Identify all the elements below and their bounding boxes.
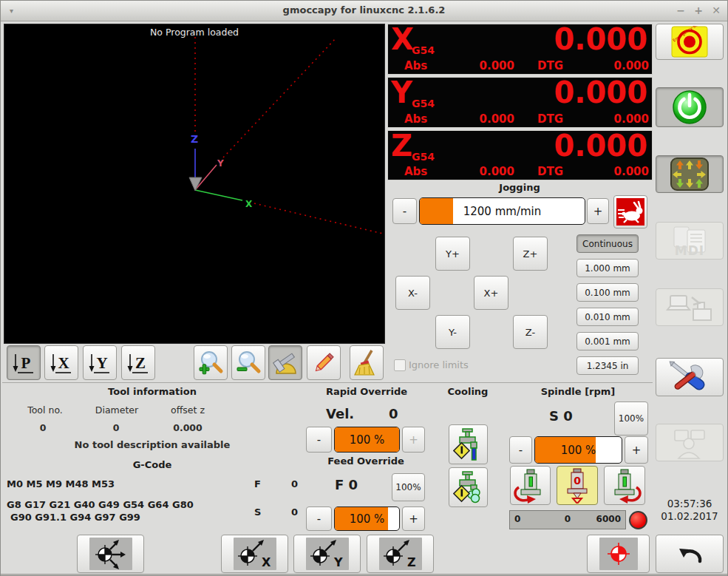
edit-offsets-button[interactable] xyxy=(307,345,341,380)
home-z-button[interactable]: Z xyxy=(367,535,434,573)
section-divider xyxy=(2,382,653,383)
spindle-decrease-button[interactable]: - xyxy=(509,436,532,464)
touch-off-icon xyxy=(604,538,633,569)
dro-axis-x[interactable]: X G54 0.000 Abs 0.000 DTG 0.000 xyxy=(387,24,653,75)
feed-increase-button[interactable]: + xyxy=(402,506,425,531)
clock-time: 03:57:36 xyxy=(667,498,712,509)
increment-0001mm-button[interactable]: 0.001 mm xyxy=(576,332,639,350)
spindle-stop-button[interactable]: 0 xyxy=(557,466,598,505)
view-p-icon: P xyxy=(10,350,37,376)
rapid-decrease-button[interactable]: - xyxy=(306,427,332,453)
jog-x-minus-button[interactable]: X- xyxy=(395,276,430,310)
spindle-title: Spindle [rpm] xyxy=(541,386,616,397)
rapid-increase-button[interactable]: + xyxy=(402,427,425,453)
minimize-button[interactable]: − xyxy=(674,4,687,16)
increment-inch-button[interactable]: 1.2345 in xyxy=(576,356,639,375)
increment-1mm-button[interactable]: 1.000 mm xyxy=(576,259,639,277)
jog-z-plus-button[interactable]: Z+ xyxy=(513,237,548,271)
increment-01mm-button[interactable]: 0.100 mm xyxy=(576,283,639,302)
zoom-out-button[interactable] xyxy=(231,345,265,380)
window-title: gmoccapy for linuxcnc 2.1.6.2 xyxy=(1,4,727,16)
home-x-button[interactable]: X xyxy=(221,535,288,573)
svg-text:Z: Z xyxy=(407,555,416,569)
touch-off-button[interactable] xyxy=(587,535,650,573)
home-y-button[interactable]: Y xyxy=(293,535,361,573)
view-y-button[interactable]: Y xyxy=(83,345,117,380)
home-all-button[interactable] xyxy=(77,535,144,573)
gremlin-preview[interactable]: No Program loaded Z Y X xyxy=(4,24,385,344)
zoom-out-icon xyxy=(235,350,262,376)
jog-y-minus-button[interactable]: Y- xyxy=(435,315,470,349)
back-button[interactable] xyxy=(656,535,724,573)
spindle-bar-value: 0 xyxy=(565,514,571,524)
auto-mode-button[interactable] xyxy=(656,288,724,326)
clear-plot-button[interactable] xyxy=(350,345,384,380)
mdi-icon: MDI xyxy=(665,225,714,257)
spindle-override-slider[interactable]: 100 % xyxy=(534,436,622,464)
emergency-stop-icon: Emergency-Stop xyxy=(671,26,708,58)
velocity-label: Vel. xyxy=(326,406,354,421)
flood-coolant-button[interactable] xyxy=(449,424,488,464)
rapid-override-slider[interactable]: 100 % xyxy=(334,427,400,453)
s-word-value: 0 xyxy=(291,506,298,518)
spindle-increase-button[interactable]: + xyxy=(625,436,648,464)
jog-x-plus-button[interactable]: X+ xyxy=(474,276,508,310)
svg-text:0: 0 xyxy=(574,475,581,487)
z-axis-label: Z xyxy=(191,133,198,145)
maximize-button[interactable]: + xyxy=(692,4,705,16)
rapid-override-value: 100 % xyxy=(335,433,399,446)
offset-z-label: offset z xyxy=(171,404,205,416)
mist-coolant-button[interactable] xyxy=(449,467,488,507)
spindle-cw-button[interactable] xyxy=(604,466,645,505)
feed-decrease-button[interactable]: - xyxy=(306,506,332,531)
jog-y-plus-button[interactable]: Y+ xyxy=(435,237,470,271)
jog-z-minus-button[interactable]: Z- xyxy=(513,315,548,349)
spindle-reset-100-button[interactable]: 100% xyxy=(614,401,648,436)
view-perspective-button[interactable]: P xyxy=(7,345,41,380)
zoom-in-icon xyxy=(197,350,224,376)
svg-text:X: X xyxy=(58,354,69,372)
view-z-button[interactable]: Z xyxy=(121,345,155,380)
f-word-value: 0 xyxy=(291,478,298,489)
dro-value: 0.000 xyxy=(554,24,647,54)
increment-001mm-button[interactable]: 0.010 mm xyxy=(576,308,639,326)
emergency-stop-button[interactable]: Emergency-Stop xyxy=(656,24,724,60)
dro-axis-y[interactable]: Y G54 0.000 Abs 0.000 DTG 0.000 xyxy=(387,77,653,128)
dro-coord-system: G54 xyxy=(412,98,435,109)
feed-reset-100-button[interactable]: 100% xyxy=(392,473,425,501)
close-button[interactable]: ✕ xyxy=(710,4,723,16)
mdi-mode-button[interactable]: MDI xyxy=(656,222,724,260)
pencil-icon xyxy=(310,350,337,376)
power-icon xyxy=(672,89,707,125)
diameter-value: 0 xyxy=(113,422,120,433)
tool-info-title: Tool information xyxy=(108,386,197,397)
user-login-button[interactable] xyxy=(656,424,724,461)
f-word-label: F xyxy=(254,478,261,489)
jogging-title: Jogging xyxy=(499,182,540,193)
show-dimensions-button[interactable] xyxy=(268,345,302,380)
view-x-button[interactable]: X xyxy=(44,345,78,380)
zoom-in-button[interactable] xyxy=(194,345,228,380)
ignore-limits-checkbox[interactable] xyxy=(394,359,406,371)
active-m-codes: M0 M5 M9 M48 M53 xyxy=(7,478,115,489)
turtle-rabbit-toggle-button[interactable] xyxy=(613,195,647,228)
jog-speed-value: 1200 mm/min xyxy=(420,204,585,217)
ignore-limits-label: Ignore limits xyxy=(409,359,469,370)
manual-mode-button[interactable] xyxy=(656,155,724,193)
dro-letter: X xyxy=(391,24,412,54)
feed-override-slider[interactable]: 100 % xyxy=(334,506,400,531)
machine-on-button[interactable] xyxy=(656,87,724,127)
jog-speed-increase-button[interactable]: + xyxy=(587,198,609,224)
jog-speed-decrease-button[interactable]: - xyxy=(392,198,417,224)
offset-z-value: 0.000 xyxy=(173,422,203,433)
settings-button[interactable] xyxy=(656,358,724,396)
spindle-override-value: 100 % xyxy=(535,443,622,456)
dro-letter: Y xyxy=(391,78,411,107)
spindle-speed-bar: 0 0 6000 xyxy=(509,510,626,529)
increment-continuous-button[interactable]: Continuous xyxy=(576,234,639,253)
view-x-icon: X xyxy=(48,350,75,376)
dro-axis-z[interactable]: Z G54 0.000 Abs 0.000 DTG 0.000 xyxy=(387,130,653,180)
spindle-ccw-button[interactable] xyxy=(510,466,551,505)
jog-speed-slider[interactable]: 1200 mm/min xyxy=(419,197,585,225)
dtg-value: 0.000 xyxy=(614,60,649,72)
